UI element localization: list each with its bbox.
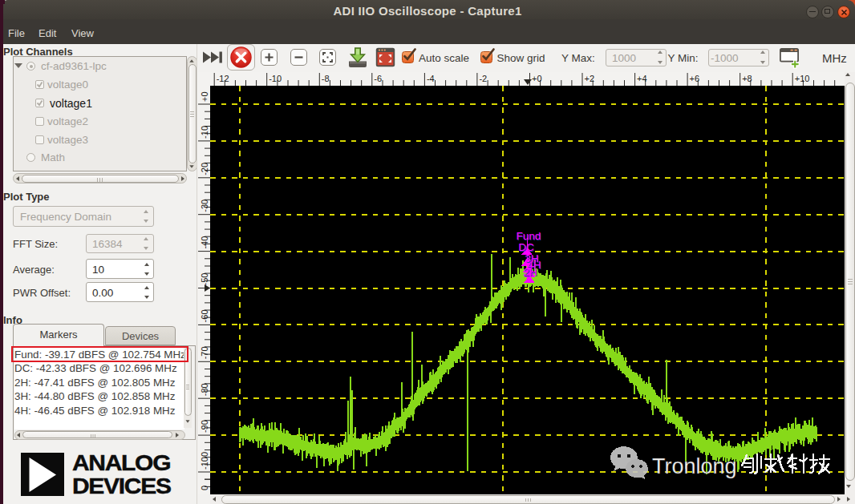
svg-text:-10: -10 bbox=[269, 74, 282, 83]
svg-text:-70: -70 bbox=[200, 346, 209, 359]
svg-text:DC: DC bbox=[518, 241, 534, 253]
svg-text:Fund: Fund bbox=[517, 230, 541, 242]
svg-text:+4: +4 bbox=[637, 74, 647, 83]
svg-text:+8: +8 bbox=[742, 74, 752, 83]
svg-text:+2: +2 bbox=[585, 74, 595, 83]
svg-text:-40: -40 bbox=[200, 236, 209, 249]
svg-text:-10: -10 bbox=[200, 126, 209, 139]
svg-text:+0: +0 bbox=[200, 91, 209, 102]
svg-text:+10: +10 bbox=[795, 74, 810, 83]
svg-text:-6: -6 bbox=[374, 74, 382, 83]
svg-text:-80: -80 bbox=[200, 383, 209, 396]
svg-text:-50: -50 bbox=[200, 273, 209, 286]
svg-text:-20: -20 bbox=[200, 163, 209, 175]
svg-text:-100: -100 bbox=[200, 452, 209, 470]
svg-text:-8: -8 bbox=[322, 74, 330, 83]
svg-text:Tronlong: Tronlong bbox=[652, 454, 737, 478]
svg-text:+6: +6 bbox=[690, 74, 700, 83]
svg-text:-4: -4 bbox=[427, 74, 435, 83]
svg-text:+0: +0 bbox=[532, 74, 542, 83]
svg-text:-90: -90 bbox=[200, 420, 209, 433]
svg-text:-60: -60 bbox=[200, 309, 209, 322]
svg-text:0: 0 bbox=[200, 486, 209, 490]
svg-text:-2: -2 bbox=[479, 74, 487, 83]
svg-text:-30: -30 bbox=[200, 200, 209, 212]
svg-text:2H: 2H bbox=[523, 266, 537, 278]
svg-text:-12: -12 bbox=[217, 74, 229, 83]
